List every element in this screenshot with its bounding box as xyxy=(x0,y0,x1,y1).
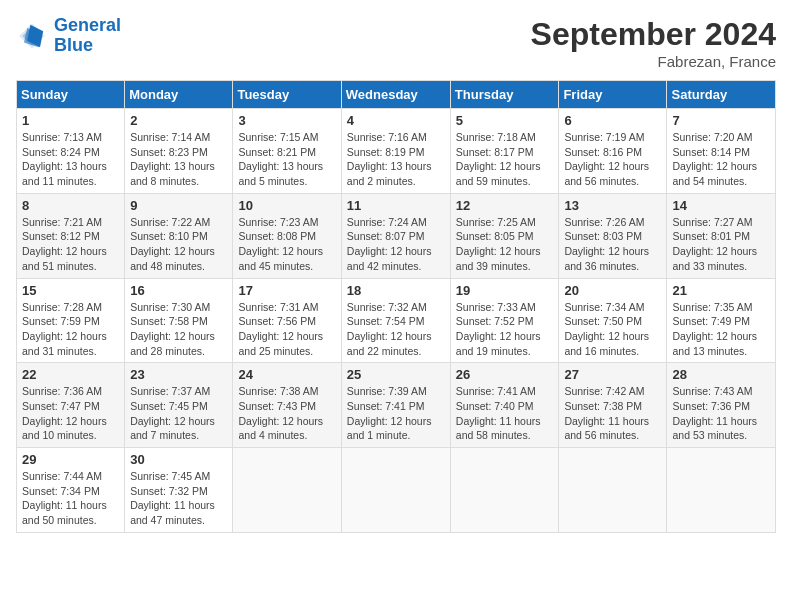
day-info: Sunrise: 7:30 AMSunset: 7:58 PMDaylight:… xyxy=(130,300,227,359)
day-info: Sunrise: 7:33 AMSunset: 7:52 PMDaylight:… xyxy=(456,300,554,359)
calendar-cell: 29Sunrise: 7:44 AMSunset: 7:34 PMDayligh… xyxy=(17,448,125,533)
day-info: Sunrise: 7:22 AMSunset: 8:10 PMDaylight:… xyxy=(130,215,227,274)
day-info: Sunrise: 7:43 AMSunset: 7:36 PMDaylight:… xyxy=(672,384,770,443)
calendar-cell: 10Sunrise: 7:23 AMSunset: 8:08 PMDayligh… xyxy=(233,193,341,278)
calendar-cell xyxy=(559,448,667,533)
day-number: 12 xyxy=(456,198,554,213)
day-number: 5 xyxy=(456,113,554,128)
day-number: 16 xyxy=(130,283,227,298)
day-info: Sunrise: 7:16 AMSunset: 8:19 PMDaylight:… xyxy=(347,130,445,189)
calendar-cell: 20Sunrise: 7:34 AMSunset: 7:50 PMDayligh… xyxy=(559,278,667,363)
weekday-header-row: SundayMondayTuesdayWednesdayThursdayFrid… xyxy=(17,81,776,109)
calendar-cell: 2Sunrise: 7:14 AMSunset: 8:23 PMDaylight… xyxy=(125,109,233,194)
day-number: 21 xyxy=(672,283,770,298)
page-header: General Blue September 2024 Fabrezan, Fr… xyxy=(16,16,776,70)
calendar-cell xyxy=(341,448,450,533)
day-number: 30 xyxy=(130,452,227,467)
calendar-cell: 26Sunrise: 7:41 AMSunset: 7:40 PMDayligh… xyxy=(450,363,559,448)
day-number: 28 xyxy=(672,367,770,382)
day-info: Sunrise: 7:34 AMSunset: 7:50 PMDaylight:… xyxy=(564,300,661,359)
calendar-cell: 27Sunrise: 7:42 AMSunset: 7:38 PMDayligh… xyxy=(559,363,667,448)
location: Fabrezan, France xyxy=(531,53,776,70)
day-number: 7 xyxy=(672,113,770,128)
calendar-header: SundayMondayTuesdayWednesdayThursdayFrid… xyxy=(17,81,776,109)
calendar-cell: 25Sunrise: 7:39 AMSunset: 7:41 PMDayligh… xyxy=(341,363,450,448)
day-info: Sunrise: 7:31 AMSunset: 7:56 PMDaylight:… xyxy=(238,300,335,359)
month-title: September 2024 xyxy=(531,16,776,53)
calendar-cell xyxy=(667,448,776,533)
day-number: 23 xyxy=(130,367,227,382)
day-number: 22 xyxy=(22,367,119,382)
logo-icon xyxy=(16,20,48,52)
day-info: Sunrise: 7:21 AMSunset: 8:12 PMDaylight:… xyxy=(22,215,119,274)
day-number: 10 xyxy=(238,198,335,213)
calendar-week-5: 29Sunrise: 7:44 AMSunset: 7:34 PMDayligh… xyxy=(17,448,776,533)
calendar-table: SundayMondayTuesdayWednesdayThursdayFrid… xyxy=(16,80,776,533)
day-info: Sunrise: 7:37 AMSunset: 7:45 PMDaylight:… xyxy=(130,384,227,443)
weekday-header-tuesday: Tuesday xyxy=(233,81,341,109)
calendar-cell: 8Sunrise: 7:21 AMSunset: 8:12 PMDaylight… xyxy=(17,193,125,278)
day-info: Sunrise: 7:13 AMSunset: 8:24 PMDaylight:… xyxy=(22,130,119,189)
day-number: 6 xyxy=(564,113,661,128)
day-info: Sunrise: 7:20 AMSunset: 8:14 PMDaylight:… xyxy=(672,130,770,189)
day-info: Sunrise: 7:27 AMSunset: 8:01 PMDaylight:… xyxy=(672,215,770,274)
weekday-header-monday: Monday xyxy=(125,81,233,109)
day-number: 4 xyxy=(347,113,445,128)
calendar-cell: 7Sunrise: 7:20 AMSunset: 8:14 PMDaylight… xyxy=(667,109,776,194)
day-info: Sunrise: 7:19 AMSunset: 8:16 PMDaylight:… xyxy=(564,130,661,189)
day-number: 11 xyxy=(347,198,445,213)
day-info: Sunrise: 7:44 AMSunset: 7:34 PMDaylight:… xyxy=(22,469,119,528)
day-number: 18 xyxy=(347,283,445,298)
day-info: Sunrise: 7:15 AMSunset: 8:21 PMDaylight:… xyxy=(238,130,335,189)
weekday-header-wednesday: Wednesday xyxy=(341,81,450,109)
calendar-cell: 19Sunrise: 7:33 AMSunset: 7:52 PMDayligh… xyxy=(450,278,559,363)
day-info: Sunrise: 7:35 AMSunset: 7:49 PMDaylight:… xyxy=(672,300,770,359)
day-number: 20 xyxy=(564,283,661,298)
day-info: Sunrise: 7:41 AMSunset: 7:40 PMDaylight:… xyxy=(456,384,554,443)
day-info: Sunrise: 7:38 AMSunset: 7:43 PMDaylight:… xyxy=(238,384,335,443)
calendar-week-4: 22Sunrise: 7:36 AMSunset: 7:47 PMDayligh… xyxy=(17,363,776,448)
day-number: 9 xyxy=(130,198,227,213)
weekday-header-sunday: Sunday xyxy=(17,81,125,109)
calendar-cell: 3Sunrise: 7:15 AMSunset: 8:21 PMDaylight… xyxy=(233,109,341,194)
day-info: Sunrise: 7:28 AMSunset: 7:59 PMDaylight:… xyxy=(22,300,119,359)
day-number: 14 xyxy=(672,198,770,213)
calendar-cell: 22Sunrise: 7:36 AMSunset: 7:47 PMDayligh… xyxy=(17,363,125,448)
calendar-cell: 5Sunrise: 7:18 AMSunset: 8:17 PMDaylight… xyxy=(450,109,559,194)
day-info: Sunrise: 7:26 AMSunset: 8:03 PMDaylight:… xyxy=(564,215,661,274)
calendar-body: 1Sunrise: 7:13 AMSunset: 8:24 PMDaylight… xyxy=(17,109,776,533)
weekday-header-friday: Friday xyxy=(559,81,667,109)
day-info: Sunrise: 7:14 AMSunset: 8:23 PMDaylight:… xyxy=(130,130,227,189)
day-number: 13 xyxy=(564,198,661,213)
day-number: 1 xyxy=(22,113,119,128)
day-number: 17 xyxy=(238,283,335,298)
day-info: Sunrise: 7:39 AMSunset: 7:41 PMDaylight:… xyxy=(347,384,445,443)
calendar-week-1: 1Sunrise: 7:13 AMSunset: 8:24 PMDaylight… xyxy=(17,109,776,194)
day-number: 26 xyxy=(456,367,554,382)
calendar-week-3: 15Sunrise: 7:28 AMSunset: 7:59 PMDayligh… xyxy=(17,278,776,363)
day-info: Sunrise: 7:36 AMSunset: 7:47 PMDaylight:… xyxy=(22,384,119,443)
day-info: Sunrise: 7:45 AMSunset: 7:32 PMDaylight:… xyxy=(130,469,227,528)
calendar-cell: 9Sunrise: 7:22 AMSunset: 8:10 PMDaylight… xyxy=(125,193,233,278)
calendar-cell: 18Sunrise: 7:32 AMSunset: 7:54 PMDayligh… xyxy=(341,278,450,363)
calendar-cell: 15Sunrise: 7:28 AMSunset: 7:59 PMDayligh… xyxy=(17,278,125,363)
day-number: 8 xyxy=(22,198,119,213)
day-info: Sunrise: 7:42 AMSunset: 7:38 PMDaylight:… xyxy=(564,384,661,443)
calendar-cell: 4Sunrise: 7:16 AMSunset: 8:19 PMDaylight… xyxy=(341,109,450,194)
calendar-cell: 14Sunrise: 7:27 AMSunset: 8:01 PMDayligh… xyxy=(667,193,776,278)
day-number: 19 xyxy=(456,283,554,298)
calendar-cell: 6Sunrise: 7:19 AMSunset: 8:16 PMDaylight… xyxy=(559,109,667,194)
day-info: Sunrise: 7:23 AMSunset: 8:08 PMDaylight:… xyxy=(238,215,335,274)
day-number: 2 xyxy=(130,113,227,128)
day-info: Sunrise: 7:18 AMSunset: 8:17 PMDaylight:… xyxy=(456,130,554,189)
calendar-cell xyxy=(450,448,559,533)
day-number: 29 xyxy=(22,452,119,467)
logo-text: General Blue xyxy=(54,16,121,56)
calendar-week-2: 8Sunrise: 7:21 AMSunset: 8:12 PMDaylight… xyxy=(17,193,776,278)
day-info: Sunrise: 7:25 AMSunset: 8:05 PMDaylight:… xyxy=(456,215,554,274)
calendar-cell xyxy=(233,448,341,533)
calendar-cell: 11Sunrise: 7:24 AMSunset: 8:07 PMDayligh… xyxy=(341,193,450,278)
weekday-header-saturday: Saturday xyxy=(667,81,776,109)
day-number: 15 xyxy=(22,283,119,298)
calendar-cell: 17Sunrise: 7:31 AMSunset: 7:56 PMDayligh… xyxy=(233,278,341,363)
